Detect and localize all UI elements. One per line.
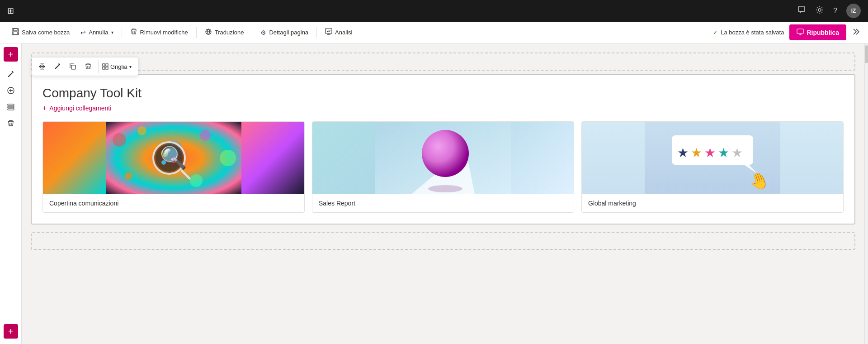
toolbar-right: ✓ La bozza è stata salvata Ripubblica [713, 24, 861, 40]
collapse-button[interactable] [852, 27, 861, 38]
sidebar-add-bottom-button[interactable]: + [4, 324, 18, 339]
svg-rect-15 [106, 67, 108, 69]
card-sales[interactable]: Sales Report [312, 121, 574, 213]
webpart-container: Griglia ▾ Company Tool Kit + Aggiungi co… [31, 74, 855, 225]
sidebar-add-top-button[interactable]: + [4, 47, 18, 62]
floating-toolbar: Griglia ▾ [32, 57, 138, 76]
remove-icon [130, 28, 137, 37]
card-image-marketing: ★ ★ ★ ★ ★ 🤚 [582, 122, 843, 194]
add-links-button[interactable]: + Aggiungi collegamenti [42, 104, 844, 112]
add-zone-top[interactable] [31, 53, 855, 71]
card-image-sales [312, 122, 574, 194]
svg-point-32 [428, 185, 462, 192]
svg-rect-12 [103, 64, 105, 66]
svg-point-27 [161, 150, 168, 157]
page-details-label: Dettagli pagina [269, 29, 308, 36]
delete-button[interactable] [81, 59, 95, 74]
svg-text:★: ★ [704, 146, 716, 160]
saved-status: ✓ La bozza è stata salvata [713, 29, 784, 36]
section-title: Company Tool Kit [42, 86, 844, 100]
top-bar: ⊞ ? IZ [0, 0, 868, 22]
sidebar: + + [0, 43, 22, 344]
svg-text:★: ★ [677, 146, 689, 160]
undo-button[interactable]: ↩ Annulla ▾ [76, 26, 118, 39]
svg-text:★: ★ [731, 146, 743, 160]
help-icon[interactable]: ? [833, 7, 837, 15]
translate-button[interactable]: Traduzione [200, 25, 249, 39]
save-icon [12, 28, 19, 37]
scroll-thumb[interactable] [865, 45, 868, 63]
card-image-copertina [43, 122, 304, 194]
toolbar-left: Salva come bozza ↩ Annulla ▾ Rimuovi mod… [7, 25, 357, 39]
apps-grid-icon[interactable]: ⊞ [7, 6, 14, 16]
sidebar-edit-icon[interactable] [4, 67, 18, 81]
chevron-down-icon: ▾ [129, 64, 132, 69]
svg-rect-13 [106, 64, 108, 66]
avatar[interactable]: IZ [846, 4, 861, 18]
analytics-icon [325, 28, 332, 37]
undo-chevron[interactable]: ▾ [111, 30, 113, 35]
translate-label: Traduzione [215, 29, 244, 36]
move-button[interactable] [35, 59, 49, 74]
remove-changes-button[interactable]: Rimuovi modifiche [126, 25, 193, 39]
svg-rect-2 [14, 29, 17, 31]
card-label-marketing: Global marketing [582, 194, 843, 212]
details-icon: ⚙ [260, 29, 266, 36]
analytics-button[interactable]: Analisi [321, 25, 357, 39]
feedback-icon[interactable] [797, 5, 806, 17]
top-bar-right: ? IZ [797, 4, 861, 18]
saved-status-label: La bozza è stata salvata [721, 29, 784, 36]
toolbar-divider-4 [316, 27, 317, 38]
check-icon: ✓ [713, 29, 718, 36]
right-scrollbar [864, 43, 868, 344]
add-bottom-icon: + [8, 326, 14, 337]
content-area: Griglia ▾ Company Tool Kit + Aggiungi co… [22, 43, 864, 344]
remove-changes-label: Rimuovi modifiche [140, 29, 188, 36]
toolbar-divider [122, 27, 122, 38]
duplicate-button[interactable] [66, 59, 80, 74]
toolbar-divider-2 [196, 27, 197, 38]
svg-text:★: ★ [691, 146, 702, 160]
republish-icon [797, 28, 804, 37]
grid-button[interactable]: Griglia ▾ [98, 59, 135, 74]
card-marketing[interactable]: ★ ★ ★ ★ ★ 🤚 Global m [581, 121, 844, 213]
toolbar: Salva come bozza ↩ Annulla ▾ Rimuovi mod… [0, 22, 868, 43]
svg-point-21 [220, 150, 236, 166]
svg-point-17 [113, 133, 126, 147]
svg-text:★: ★ [718, 146, 729, 160]
sidebar-add-section-icon[interactable] [4, 83, 18, 98]
top-bar-left: ⊞ [7, 6, 14, 16]
add-zone-bottom[interactable] [31, 232, 855, 250]
save-draft-label: Salva come bozza [22, 29, 70, 36]
card-label-sales: Sales Report [312, 194, 574, 212]
settings-icon[interactable] [815, 5, 824, 17]
svg-rect-10 [8, 109, 14, 110]
edit-button[interactable] [50, 59, 65, 74]
republish-button[interactable]: Ripubblica [789, 24, 846, 40]
add-links-label: Aggiungi collegamenti [49, 105, 111, 112]
svg-rect-8 [8, 104, 14, 105]
svg-point-25 [156, 144, 183, 172]
svg-rect-11 [71, 65, 75, 69]
svg-point-20 [200, 130, 211, 141]
card-label-copertina: Copertina comunicazioni [43, 194, 304, 212]
svg-point-0 [818, 9, 821, 11]
toolbar-divider-3 [252, 27, 252, 38]
undo-label: Annulla [89, 29, 108, 36]
republish-label: Ripubblica [807, 29, 839, 36]
translate-icon [205, 28, 212, 37]
sidebar-layers-icon[interactable] [4, 100, 18, 114]
add-top-icon: + [8, 49, 14, 60]
svg-rect-14 [103, 67, 105, 69]
sidebar-delete-icon[interactable] [4, 116, 18, 130]
svg-rect-9 [8, 106, 14, 108]
cards-grid: Copertina comunicazioni [42, 121, 844, 213]
undo-icon: ↩ [80, 29, 86, 36]
card-copertina[interactable]: Copertina comunicazioni [42, 121, 305, 213]
svg-point-18 [137, 126, 146, 135]
svg-point-29 [161, 160, 166, 165]
save-draft-button[interactable]: Salva come bozza [7, 25, 74, 39]
page-details-button[interactable]: ⚙ Dettagli pagina [256, 26, 313, 39]
svg-rect-3 [13, 32, 18, 34]
svg-point-33 [422, 130, 469, 177]
